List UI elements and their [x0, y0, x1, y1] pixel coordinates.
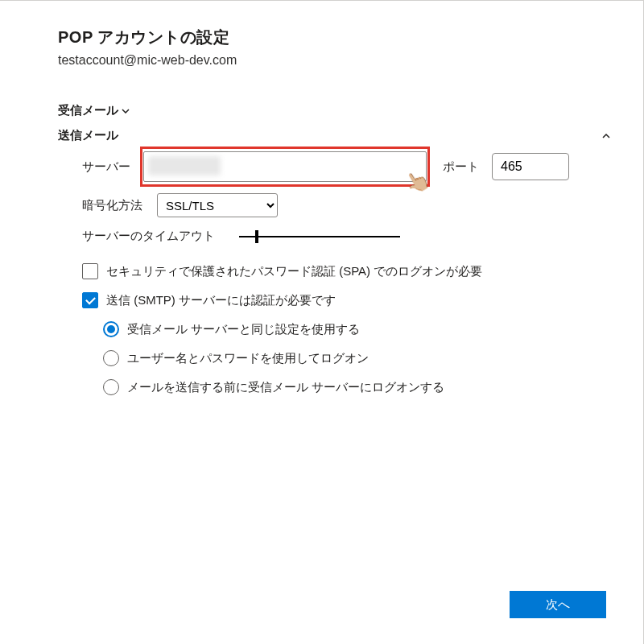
auth-option-logon-before-send[interactable]: メールを送信する前に受信メール サーバーにログオンする: [103, 379, 611, 395]
auth-option-same-as-incoming[interactable]: 受信メール サーバーと同じ設定を使用する: [103, 321, 611, 337]
smtp-auth-label: 送信 (SMTP) サーバーには認証が必要です: [106, 293, 336, 308]
auth-option-username-password[interactable]: ユーザー名とパスワードを使用してログオン: [103, 350, 611, 366]
chevron-down-icon: [122, 109, 130, 114]
smtp-auth-checkbox-row: 送信 (SMTP) サーバーには認証が必要です: [82, 292, 611, 308]
smtp-auth-options: 受信メール サーバーと同じ設定を使用する ユーザー名とパスワードを使用してログオ…: [103, 321, 611, 395]
encryption-label: 暗号化方法: [82, 198, 142, 213]
server-label: サーバー: [82, 159, 135, 175]
outgoing-mail-panel: サーバー 👆🏼 ポート 暗号化方法 SSL/TLS サーバーのタイムアウト セキ…: [82, 151, 611, 395]
timeout-row: サーバーのタイムアウト: [82, 229, 611, 244]
encryption-select[interactable]: SSL/TLS: [157, 193, 278, 217]
outgoing-mail-label: 送信メール: [58, 128, 118, 143]
radio-username-password[interactable]: [103, 350, 119, 366]
port-label: ポート: [443, 159, 479, 175]
dialog-container: POP アカウントの設定 testaccount@mic-web-dev.com…: [0, 0, 644, 644]
server-field-wrap: 👆🏼: [143, 151, 427, 182]
smtp-auth-checkbox[interactable]: [82, 292, 98, 308]
timeout-label: サーバーのタイムアウト: [82, 229, 215, 244]
timeout-slider[interactable]: [239, 236, 400, 237]
section-outgoing-mail[interactable]: 送信メール: [58, 128, 611, 143]
section-incoming-mail[interactable]: 受信メール: [58, 103, 611, 118]
dialog-footer: 次へ: [510, 591, 606, 618]
incoming-mail-label: 受信メール: [58, 103, 118, 118]
spa-label: セキュリティで保護されたパスワード認証 (SPA) でのログオンが必要: [106, 264, 482, 279]
page-title: POP アカウントの設定: [58, 27, 611, 48]
port-input[interactable]: [492, 153, 569, 180]
spa-checkbox-row: セキュリティで保護されたパスワード認証 (SPA) でのログオンが必要: [82, 263, 611, 279]
spa-checkbox[interactable]: [82, 263, 98, 279]
server-row: サーバー 👆🏼 ポート: [82, 151, 611, 182]
auth-option-2-label: メールを送信する前に受信メール サーバーにログオンする: [127, 380, 444, 395]
auth-option-1-label: ユーザー名とパスワードを使用してログオン: [127, 351, 369, 366]
account-email: testaccount@mic-web-dev.com: [58, 53, 611, 68]
radio-logon-before-send[interactable]: [103, 379, 119, 395]
auth-option-0-label: 受信メール サーバーと同じ設定を使用する: [127, 322, 360, 337]
encryption-row: 暗号化方法 SSL/TLS: [82, 193, 611, 217]
chevron-up-icon: [601, 133, 611, 139]
next-button[interactable]: 次へ: [510, 591, 606, 618]
server-input[interactable]: [143, 151, 427, 182]
radio-same-as-incoming[interactable]: [103, 321, 119, 337]
